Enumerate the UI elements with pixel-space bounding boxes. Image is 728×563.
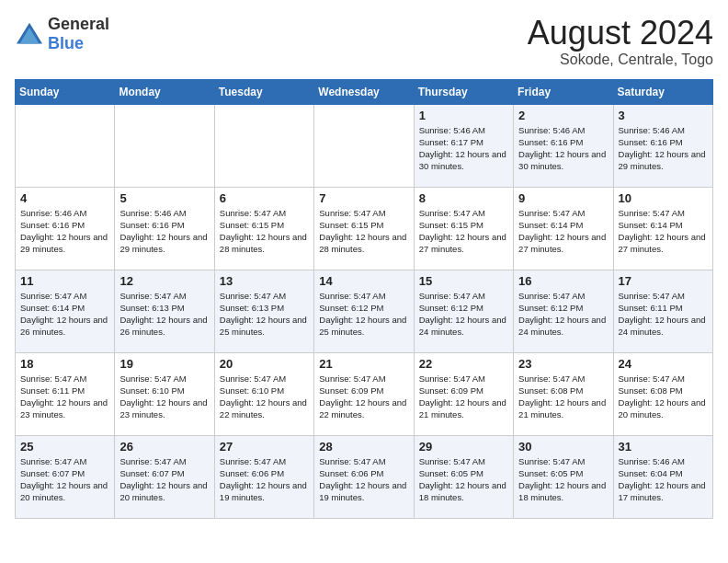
header-tuesday: Tuesday bbox=[214, 79, 313, 104]
day-number: 14 bbox=[319, 274, 408, 288]
calendar-subtitle: Sokode, Centrale, Togo bbox=[528, 52, 713, 68]
table-row: 10Sunrise: 5:47 AM Sunset: 6:14 PM Dayli… bbox=[613, 187, 712, 270]
day-number: 8 bbox=[419, 191, 508, 205]
day-info: Sunrise: 5:47 AM Sunset: 6:15 PM Dayligh… bbox=[220, 207, 309, 256]
page-header: General Blue August 2024 Sokode, Central… bbox=[15, 15, 713, 68]
day-info: Sunrise: 5:47 AM Sunset: 6:14 PM Dayligh… bbox=[20, 290, 109, 339]
day-info: Sunrise: 5:47 AM Sunset: 6:06 PM Dayligh… bbox=[220, 455, 309, 504]
logo-general: General bbox=[48, 15, 109, 33]
day-info: Sunrise: 5:47 AM Sunset: 6:05 PM Dayligh… bbox=[419, 455, 508, 504]
day-number: 2 bbox=[518, 109, 608, 122]
table-row: 13Sunrise: 5:47 AM Sunset: 6:13 PM Dayli… bbox=[214, 270, 313, 352]
table-row: 11Sunrise: 5:47 AM Sunset: 6:14 PM Dayli… bbox=[16, 270, 115, 352]
week-row-1: 1Sunrise: 5:46 AM Sunset: 6:17 PM Daylig… bbox=[16, 104, 713, 187]
table-row bbox=[115, 104, 214, 187]
day-number: 9 bbox=[518, 191, 608, 205]
day-info: Sunrise: 5:47 AM Sunset: 6:12 PM Dayligh… bbox=[518, 290, 608, 339]
week-row-4: 18Sunrise: 5:47 AM Sunset: 6:11 PM Dayli… bbox=[16, 352, 713, 435]
day-info: Sunrise: 5:46 AM Sunset: 6:16 PM Dayligh… bbox=[518, 124, 608, 173]
table-row: 19Sunrise: 5:47 AM Sunset: 6:10 PM Dayli… bbox=[115, 352, 214, 435]
header-saturday: Saturday bbox=[613, 79, 712, 104]
day-info: Sunrise: 5:46 AM Sunset: 6:16 PM Dayligh… bbox=[20, 207, 109, 256]
day-info: Sunrise: 5:47 AM Sunset: 6:10 PM Dayligh… bbox=[220, 373, 309, 421]
week-row-3: 11Sunrise: 5:47 AM Sunset: 6:14 PM Dayli… bbox=[16, 270, 713, 352]
table-row: 9Sunrise: 5:47 AM Sunset: 6:14 PM Daylig… bbox=[514, 187, 613, 270]
day-info: Sunrise: 5:47 AM Sunset: 6:11 PM Dayligh… bbox=[619, 290, 708, 339]
calendar-title: August 2024 bbox=[528, 15, 713, 52]
day-number: 19 bbox=[119, 357, 209, 371]
header-sunday: Sunday bbox=[16, 79, 115, 104]
week-row-2: 4Sunrise: 5:46 AM Sunset: 6:16 PM Daylig… bbox=[16, 187, 713, 270]
day-info: Sunrise: 5:46 AM Sunset: 6:04 PM Dayligh… bbox=[619, 455, 708, 504]
day-number: 10 bbox=[619, 191, 708, 205]
day-number: 3 bbox=[619, 109, 708, 122]
table-row: 22Sunrise: 5:47 AM Sunset: 6:09 PM Dayli… bbox=[414, 352, 513, 435]
table-row bbox=[16, 104, 115, 187]
table-row: 5Sunrise: 5:46 AM Sunset: 6:16 PM Daylig… bbox=[115, 187, 214, 270]
day-number: 13 bbox=[220, 274, 309, 288]
table-row: 31Sunrise: 5:46 AM Sunset: 6:04 PM Dayli… bbox=[613, 435, 712, 518]
day-info: Sunrise: 5:47 AM Sunset: 6:13 PM Dayligh… bbox=[119, 290, 209, 339]
day-number: 20 bbox=[220, 357, 309, 371]
table-row: 15Sunrise: 5:47 AM Sunset: 6:12 PM Dayli… bbox=[414, 270, 513, 352]
header-thursday: Thursday bbox=[414, 79, 513, 104]
table-row: 18Sunrise: 5:47 AM Sunset: 6:11 PM Dayli… bbox=[16, 352, 115, 435]
day-info: Sunrise: 5:47 AM Sunset: 6:07 PM Dayligh… bbox=[20, 455, 109, 504]
day-info: Sunrise: 5:47 AM Sunset: 6:14 PM Dayligh… bbox=[619, 207, 708, 256]
day-info: Sunrise: 5:47 AM Sunset: 6:12 PM Dayligh… bbox=[419, 290, 508, 339]
day-number: 15 bbox=[419, 274, 508, 288]
day-number: 28 bbox=[319, 440, 408, 454]
day-info: Sunrise: 5:46 AM Sunset: 6:16 PM Dayligh… bbox=[619, 124, 708, 173]
table-row: 16Sunrise: 5:47 AM Sunset: 6:12 PM Dayli… bbox=[514, 270, 613, 352]
table-row: 8Sunrise: 5:47 AM Sunset: 6:15 PM Daylig… bbox=[414, 187, 513, 270]
table-row: 30Sunrise: 5:47 AM Sunset: 6:05 PM Dayli… bbox=[514, 435, 613, 518]
day-number: 12 bbox=[119, 274, 209, 288]
logo-text: General Blue bbox=[48, 15, 109, 53]
table-row: 17Sunrise: 5:47 AM Sunset: 6:11 PM Dayli… bbox=[613, 270, 712, 352]
day-info: Sunrise: 5:46 AM Sunset: 6:17 PM Dayligh… bbox=[419, 124, 508, 173]
table-row: 4Sunrise: 5:46 AM Sunset: 6:16 PM Daylig… bbox=[16, 187, 115, 270]
day-number: 4 bbox=[20, 191, 109, 205]
day-number: 26 bbox=[119, 440, 209, 454]
day-info: Sunrise: 5:47 AM Sunset: 6:09 PM Dayligh… bbox=[419, 373, 508, 421]
logo: General Blue bbox=[15, 15, 109, 53]
table-row: 6Sunrise: 5:47 AM Sunset: 6:15 PM Daylig… bbox=[214, 187, 313, 270]
day-number: 24 bbox=[619, 357, 708, 371]
day-number: 1 bbox=[419, 109, 508, 122]
table-row bbox=[314, 104, 414, 187]
logo-blue: Blue bbox=[48, 34, 84, 52]
table-row: 20Sunrise: 5:47 AM Sunset: 6:10 PM Dayli… bbox=[214, 352, 313, 435]
day-info: Sunrise: 5:47 AM Sunset: 6:13 PM Dayligh… bbox=[220, 290, 309, 339]
table-row: 23Sunrise: 5:47 AM Sunset: 6:08 PM Dayli… bbox=[514, 352, 613, 435]
day-number: 30 bbox=[518, 440, 608, 454]
day-number: 22 bbox=[419, 357, 508, 371]
table-row: 29Sunrise: 5:47 AM Sunset: 6:05 PM Dayli… bbox=[414, 435, 513, 518]
day-number: 29 bbox=[419, 440, 508, 454]
header-friday: Friday bbox=[514, 79, 613, 104]
table-row: 14Sunrise: 5:47 AM Sunset: 6:12 PM Dayli… bbox=[314, 270, 414, 352]
table-row: 26Sunrise: 5:47 AM Sunset: 6:07 PM Dayli… bbox=[115, 435, 214, 518]
day-number: 11 bbox=[20, 274, 109, 288]
table-row bbox=[214, 104, 313, 187]
table-row: 7Sunrise: 5:47 AM Sunset: 6:15 PM Daylig… bbox=[314, 187, 414, 270]
week-row-5: 25Sunrise: 5:47 AM Sunset: 6:07 PM Dayli… bbox=[16, 435, 713, 518]
day-info: Sunrise: 5:47 AM Sunset: 6:15 PM Dayligh… bbox=[419, 207, 508, 256]
day-number: 25 bbox=[20, 440, 109, 454]
logo-icon bbox=[15, 21, 44, 47]
day-info: Sunrise: 5:47 AM Sunset: 6:08 PM Dayligh… bbox=[619, 373, 708, 421]
day-number: 27 bbox=[220, 440, 309, 454]
day-number: 17 bbox=[619, 274, 708, 288]
day-info: Sunrise: 5:46 AM Sunset: 6:16 PM Dayligh… bbox=[119, 207, 209, 256]
day-info: Sunrise: 5:47 AM Sunset: 6:09 PM Dayligh… bbox=[319, 373, 408, 421]
day-info: Sunrise: 5:47 AM Sunset: 6:07 PM Dayligh… bbox=[119, 455, 209, 504]
day-info: Sunrise: 5:47 AM Sunset: 6:10 PM Dayligh… bbox=[119, 373, 209, 421]
table-row: 25Sunrise: 5:47 AM Sunset: 6:07 PM Dayli… bbox=[16, 435, 115, 518]
table-row: 24Sunrise: 5:47 AM Sunset: 6:08 PM Dayli… bbox=[613, 352, 712, 435]
day-info: Sunrise: 5:47 AM Sunset: 6:14 PM Dayligh… bbox=[518, 207, 608, 256]
day-info: Sunrise: 5:47 AM Sunset: 6:15 PM Dayligh… bbox=[319, 207, 408, 256]
table-row: 3Sunrise: 5:46 AM Sunset: 6:16 PM Daylig… bbox=[613, 104, 712, 187]
day-info: Sunrise: 5:47 AM Sunset: 6:08 PM Dayligh… bbox=[518, 373, 608, 421]
table-row: 1Sunrise: 5:46 AM Sunset: 6:17 PM Daylig… bbox=[414, 104, 513, 187]
table-row: 27Sunrise: 5:47 AM Sunset: 6:06 PM Dayli… bbox=[214, 435, 313, 518]
table-row: 2Sunrise: 5:46 AM Sunset: 6:16 PM Daylig… bbox=[514, 104, 613, 187]
